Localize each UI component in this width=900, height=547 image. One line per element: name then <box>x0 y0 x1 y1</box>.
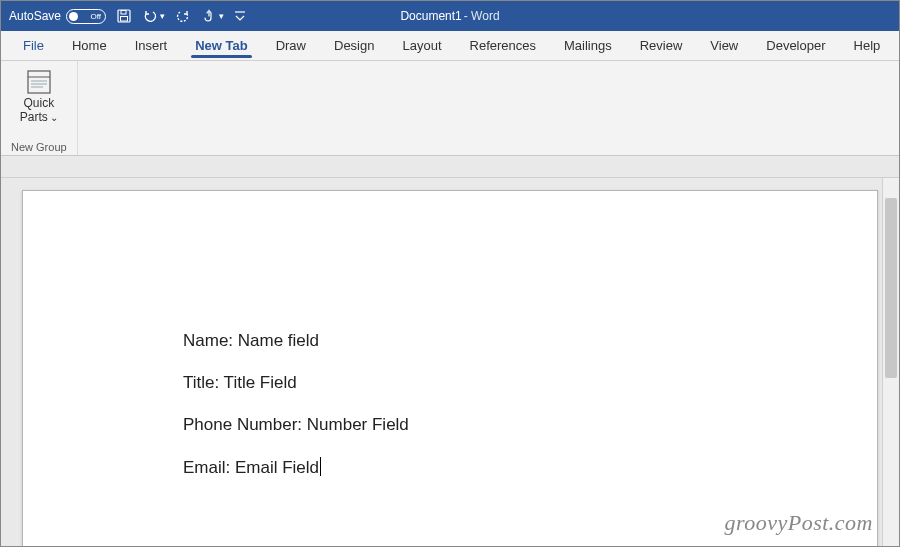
chevron-down-icon: ⌄ <box>50 112 58 123</box>
quick-parts-button[interactable]: Quick Parts⌄ <box>16 67 62 127</box>
doc-line: Phone Number: Number Field <box>183 415 717 435</box>
title-bar: AutoSave Off ▾ ▾ Document1 - Word <box>1 1 899 31</box>
save-icon[interactable] <box>116 8 132 24</box>
tab-draw[interactable]: Draw <box>262 31 320 60</box>
tab-insert[interactable]: Insert <box>121 31 182 60</box>
undo-icon[interactable]: ▾ <box>142 8 165 24</box>
autosave-toggle[interactable]: AutoSave Off <box>9 9 106 24</box>
quick-parts-label: Quick Parts⌄ <box>20 97 58 125</box>
tab-references[interactable]: References <box>456 31 550 60</box>
scrollbar-thumb[interactable] <box>885 198 897 378</box>
autosave-label: AutoSave <box>9 9 61 23</box>
quick-parts-icon <box>25 69 53 95</box>
document-name: Document1 <box>400 9 461 23</box>
svg-rect-4 <box>28 71 50 93</box>
tab-new-tab[interactable]: New Tab <box>181 31 262 60</box>
document-area: Name: Name field Title: Title Field Phon… <box>1 178 899 546</box>
tab-file[interactable]: File <box>9 31 58 60</box>
tab-home[interactable]: Home <box>58 31 121 60</box>
doc-line: Name: Name field <box>183 331 717 351</box>
app-name-suffix: - Word <box>464 9 500 23</box>
customize-qat-icon[interactable] <box>234 9 246 23</box>
tab-review[interactable]: Review <box>626 31 697 60</box>
ribbon-group-new-group: Quick Parts⌄ New Group <box>1 61 78 155</box>
chevron-down-icon: ▾ <box>219 11 224 21</box>
tab-layout[interactable]: Layout <box>388 31 455 60</box>
document-title: Document1 - Word <box>400 9 499 23</box>
doc-line: Title: Title Field <box>183 373 717 393</box>
ribbon-group-label: New Group <box>11 141 67 153</box>
quick-access-toolbar: ▾ ▾ <box>116 8 246 24</box>
chevron-down-icon: ▾ <box>160 11 165 21</box>
ribbon-tabs: File Home Insert New Tab Draw Design Lay… <box>1 31 899 61</box>
ruler <box>1 156 899 178</box>
redo-icon[interactable] <box>175 8 191 24</box>
text-cursor <box>320 457 321 476</box>
autosave-pill: Off <box>66 9 106 24</box>
tab-developer[interactable]: Developer <box>752 31 839 60</box>
autosave-state: Off <box>91 12 102 21</box>
svg-rect-1 <box>121 11 126 15</box>
touch-mode-icon[interactable]: ▾ <box>201 8 224 24</box>
tab-design[interactable]: Design <box>320 31 388 60</box>
svg-rect-2 <box>121 17 128 22</box>
document-page[interactable]: Name: Name field Title: Title Field Phon… <box>22 190 878 547</box>
doc-line: Email: Email Field <box>183 457 717 478</box>
vertical-scrollbar[interactable] <box>882 178 899 546</box>
tab-help[interactable]: Help <box>840 31 895 60</box>
tab-mailings[interactable]: Mailings <box>550 31 626 60</box>
ribbon-body: Quick Parts⌄ New Group <box>1 61 899 156</box>
tab-view[interactable]: View <box>696 31 752 60</box>
